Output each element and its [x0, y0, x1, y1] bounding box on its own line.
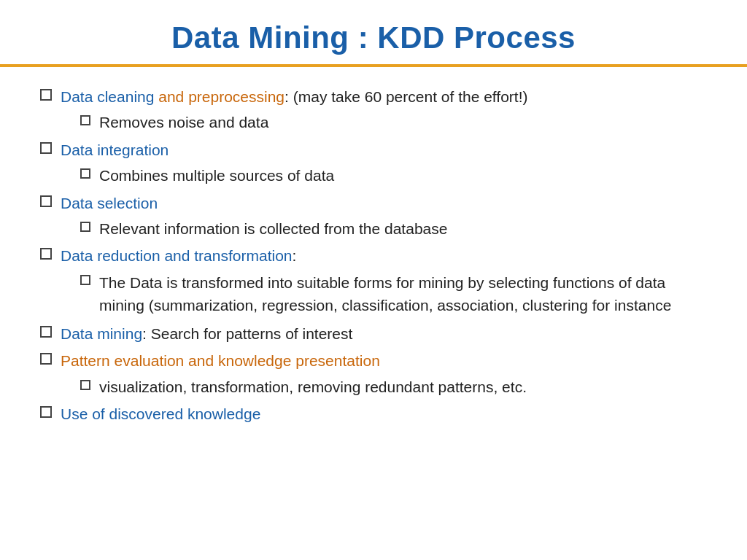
list-subitem: visualization, transformation, removing … — [80, 376, 707, 397]
text-span: Data mining — [61, 325, 142, 342]
item-text: Data mining: Search for patterns of inte… — [61, 323, 707, 344]
list-item: Data mining: Search for patterns of inte… — [40, 323, 707, 344]
checkbox-icon — [40, 353, 52, 365]
subitem-text: Removes noise and data — [99, 112, 707, 133]
text-span: Data reduction and transformation — [61, 247, 293, 264]
checkbox-icon — [80, 115, 90, 125]
checkbox-icon — [40, 142, 52, 154]
checkbox-icon — [80, 275, 90, 285]
list-subitem: Relevant information is collected from t… — [80, 218, 707, 239]
list-item: Data selection — [40, 192, 707, 214]
list-item: Use of discovered knowledge — [40, 403, 707, 424]
item-text: Use of discovered knowledge — [61, 403, 707, 424]
item-text: Data selection — [61, 192, 707, 214]
subitem-text: Relevant information is collected from t… — [99, 218, 707, 239]
checkbox-icon — [40, 326, 52, 338]
text-span: : — [293, 247, 297, 264]
text-span: : (may take 60 percent of the effort!) — [285, 88, 527, 105]
text-span: Data selection — [61, 195, 158, 211]
list-subitem: The Data is transformed into suitable fo… — [80, 271, 707, 317]
item-text: Data integration — [61, 139, 707, 160]
checkbox-icon — [40, 195, 52, 207]
list-item: Pattern evaluation and knowledge present… — [40, 350, 707, 371]
slide: Data Mining : KDD Process Data cleaning … — [0, 0, 747, 560]
item-text: Data cleaning and preprocessing: (may ta… — [61, 86, 707, 107]
list-subitem: Combines multiple sources of data — [80, 165, 707, 186]
checkbox-icon — [40, 406, 52, 418]
item-text: Pattern evaluation and knowledge present… — [61, 350, 707, 371]
checkbox-icon — [80, 222, 90, 232]
text-span: : Search for patterns of interest — [142, 325, 352, 342]
slide-title: Data Mining : KDD Process — [29, 20, 718, 55]
slide-content: Data cleaning and preprocessing: (may ta… — [0, 67, 747, 560]
text-span: Pattern evaluation and knowledge present… — [61, 352, 380, 369]
list-item: Data reduction and transformation: — [40, 245, 707, 266]
checkbox-icon — [80, 168, 90, 179]
text-span: Data integration — [61, 141, 169, 158]
list-subitem: Removes noise and data — [80, 112, 707, 133]
subitem-text: Combines multiple sources of data — [99, 165, 707, 186]
checkbox-icon — [40, 89, 52, 101]
checkbox-icon — [40, 248, 52, 260]
text-span: and preprocessing — [154, 88, 285, 105]
slide-header: Data Mining : KDD Process — [0, 0, 747, 67]
list-item: Data integration — [40, 139, 707, 160]
list-item: Data cleaning and preprocessing: (may ta… — [40, 86, 707, 107]
text-span: Data cleaning — [61, 88, 154, 105]
item-text: Data reduction and transformation: — [61, 245, 707, 266]
subitem-text: The Data is transformed into suitable fo… — [99, 271, 707, 317]
checkbox-icon — [80, 380, 90, 390]
subitem-text: visualization, transformation, removing … — [99, 376, 707, 397]
text-span: Use of discovered knowledge — [61, 405, 260, 422]
